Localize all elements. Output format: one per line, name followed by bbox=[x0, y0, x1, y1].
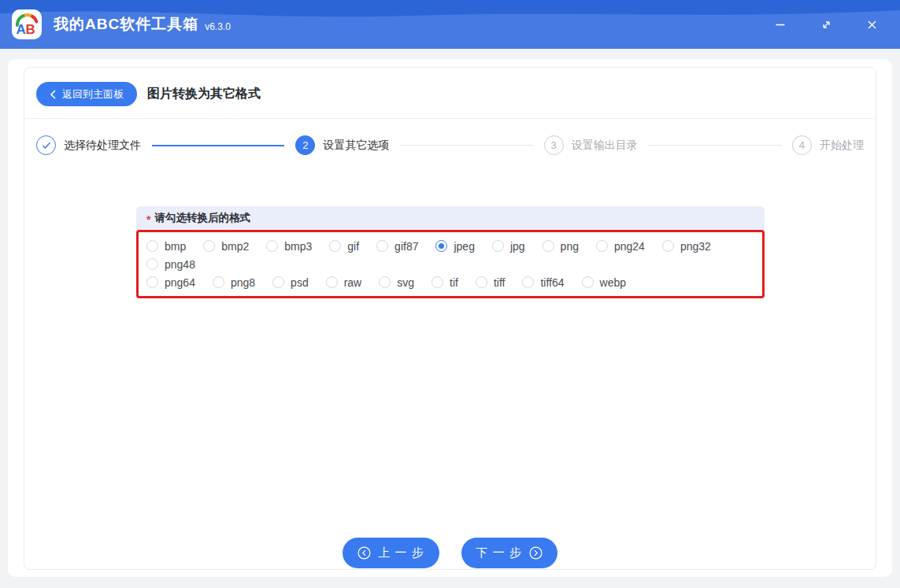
format-option-bmp[interactable]: bmp bbox=[146, 237, 186, 255]
back-to-main-button[interactable]: 返回到主面板 bbox=[36, 82, 137, 106]
radio-icon bbox=[203, 240, 215, 252]
format-option-label: gif bbox=[347, 240, 359, 253]
format-option-tif[interactable]: tif bbox=[431, 273, 458, 291]
prev-step-button[interactable]: 上 一 步 bbox=[343, 538, 439, 568]
format-option-svg[interactable]: svg bbox=[379, 273, 414, 291]
format-option-label: png8 bbox=[231, 276, 255, 289]
step-2-label: 设置其它选项 bbox=[323, 139, 389, 153]
maximize-button[interactable] bbox=[818, 17, 834, 32]
format-field: * 请勾选转换后的格式 bmpbmp2bmp3gifgif87jpegjpgpn… bbox=[136, 206, 765, 298]
format-option-label: tif bbox=[450, 276, 458, 289]
step-3-label: 设置输出目录 bbox=[572, 139, 638, 153]
radio-icon bbox=[522, 276, 534, 288]
format-option-label: gif87 bbox=[394, 240, 418, 253]
format-option-gif87[interactable]: gif87 bbox=[376, 237, 418, 255]
radio-icon bbox=[582, 276, 594, 288]
radio-icon bbox=[662, 240, 674, 252]
step-done-check-icon bbox=[36, 135, 56, 155]
main-panel: 返回到主面板 图片转换为其它格式 选择待处理文件2设置其它选项3设置输出目录4开… bbox=[8, 59, 892, 577]
format-option-label: webp bbox=[600, 276, 626, 289]
format-option-tiff[interactable]: tiff bbox=[476, 273, 506, 291]
radio-icon bbox=[146, 240, 158, 252]
next-step-label: 下 一 步 bbox=[476, 545, 522, 560]
app-title: 我的ABC软件工具箱 bbox=[54, 14, 198, 35]
format-option-raw[interactable]: raw bbox=[326, 273, 362, 291]
chevron-left-icon bbox=[50, 90, 57, 99]
format-option-tiff64[interactable]: tiff64 bbox=[522, 273, 564, 291]
form-area: * 请勾选转换后的格式 bmpbmp2bmp3gifgif87jpegjpgpn… bbox=[24, 169, 876, 538]
prev-step-label: 上 一 步 bbox=[378, 545, 424, 560]
next-step-button[interactable]: 下 一 步 bbox=[461, 538, 557, 568]
format-option-label: png48 bbox=[165, 258, 195, 271]
circle-chevron-right-icon bbox=[529, 546, 543, 560]
format-option-png24[interactable]: png24 bbox=[596, 237, 645, 255]
step-connector bbox=[400, 145, 532, 146]
format-option-label: bmp3 bbox=[284, 240, 312, 253]
svg-text:A: A bbox=[17, 22, 26, 37]
step-4-indicator: 4 bbox=[792, 135, 812, 155]
radio-selected-icon bbox=[435, 240, 447, 252]
step-4-pending: 4开始处理 bbox=[792, 135, 864, 155]
format-option-png64[interactable]: png64 bbox=[146, 273, 195, 291]
radio-icon bbox=[213, 276, 224, 288]
radio-icon bbox=[596, 240, 608, 252]
step-1-done: 选择待处理文件 bbox=[36, 135, 141, 155]
format-option-label: raw bbox=[344, 276, 362, 289]
step-2-active: 2设置其它选项 bbox=[295, 135, 389, 155]
format-option-bmp3[interactable]: bmp3 bbox=[266, 237, 312, 255]
svg-text:B: B bbox=[26, 22, 35, 37]
step-connector bbox=[152, 145, 284, 146]
content-card: 返回到主面板 图片转换为其它格式 选择待处理文件2设置其它选项3设置输出目录4开… bbox=[24, 67, 876, 570]
card-header: 返回到主面板 图片转换为其它格式 bbox=[24, 68, 876, 118]
format-option-label: bmp bbox=[165, 240, 186, 253]
format-option-label: tiff bbox=[494, 276, 506, 289]
format-option-label: png24 bbox=[614, 240, 645, 253]
format-option-gif[interactable]: gif bbox=[329, 237, 359, 255]
radio-icon bbox=[431, 276, 443, 288]
format-option-label: tiff64 bbox=[540, 276, 564, 289]
circle-chevron-left-icon bbox=[357, 546, 371, 560]
format-field-label: 请勾选转换后的格式 bbox=[154, 211, 250, 225]
app-logo-icon: A B bbox=[11, 9, 43, 40]
step-1-label: 选择待处理文件 bbox=[64, 139, 141, 153]
step-3-pending: 3设置输出目录 bbox=[544, 135, 638, 155]
radio-icon bbox=[146, 258, 158, 270]
format-option-png[interactable]: png bbox=[543, 237, 579, 255]
page-title: 图片转换为其它格式 bbox=[147, 86, 261, 102]
step-3-indicator: 3 bbox=[544, 135, 564, 155]
format-option-label: psd bbox=[291, 276, 309, 289]
titlebar: A B 我的ABC软件工具箱 v6.3.0 bbox=[0, 0, 900, 49]
format-option-webp[interactable]: webp bbox=[582, 273, 626, 291]
format-option-bmp2[interactable]: bmp2 bbox=[203, 237, 249, 255]
radio-icon bbox=[376, 240, 388, 252]
radio-icon bbox=[326, 276, 338, 288]
back-button-label: 返回到主面板 bbox=[62, 87, 124, 102]
minimize-button[interactable] bbox=[772, 17, 788, 32]
format-option-png48[interactable]: png48 bbox=[146, 255, 195, 273]
format-option-png8[interactable]: png8 bbox=[213, 273, 255, 291]
radio-icon bbox=[329, 240, 341, 252]
format-option-label: jpeg bbox=[454, 240, 474, 253]
format-option-psd[interactable]: psd bbox=[272, 273, 309, 291]
stepper: 选择待处理文件2设置其它选项3设置输出目录4开始处理 bbox=[24, 119, 876, 169]
format-option-png32[interactable]: png32 bbox=[662, 237, 711, 255]
radio-icon bbox=[266, 240, 278, 252]
radio-icon bbox=[543, 240, 554, 252]
step-connector bbox=[649, 145, 781, 146]
close-button[interactable] bbox=[864, 17, 880, 32]
format-option-jpeg[interactable]: jpeg bbox=[435, 237, 474, 255]
format-option-label: png64 bbox=[165, 276, 195, 289]
format-field-label-bar: * 请勾选转换后的格式 bbox=[136, 206, 765, 230]
footer-nav: 上 一 步 下 一 步 bbox=[24, 538, 876, 569]
radio-icon bbox=[272, 276, 284, 288]
radio-icon bbox=[476, 276, 487, 288]
required-asterisk: * bbox=[146, 213, 150, 226]
radio-icon bbox=[146, 276, 158, 288]
format-option-label: png bbox=[561, 240, 579, 253]
format-option-label: svg bbox=[397, 276, 414, 289]
format-radio-group: bmpbmp2bmp3gifgif87jpegjpgpngpng24png32p… bbox=[136, 230, 765, 298]
radio-icon bbox=[492, 240, 504, 252]
format-option-jpg[interactable]: jpg bbox=[492, 237, 525, 255]
format-option-label: bmp2 bbox=[221, 240, 249, 253]
step-2-indicator: 2 bbox=[295, 135, 315, 155]
